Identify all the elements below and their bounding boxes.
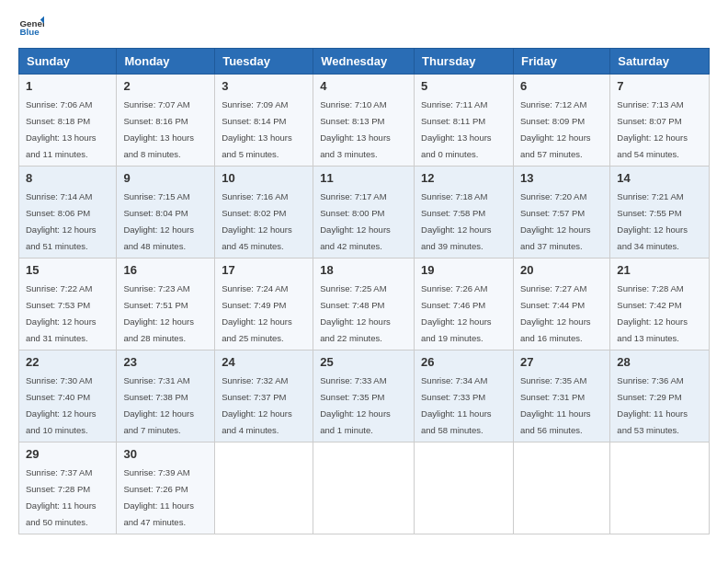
weekday-cell: Monday bbox=[117, 49, 215, 75]
day-info: Sunrise: 7:23 AMSunset: 7:51 PMDaylight:… bbox=[123, 283, 194, 343]
header: General Blue bbox=[18, 15, 710, 40]
calendar-day-cell: 1 Sunrise: 7:06 AMSunset: 8:18 PMDayligh… bbox=[19, 75, 117, 167]
day-number: 20 bbox=[520, 263, 603, 277]
day-info: Sunrise: 7:18 AMSunset: 7:58 PMDaylight:… bbox=[421, 191, 492, 251]
day-number: 19 bbox=[421, 263, 506, 277]
calendar-day-cell: 25 Sunrise: 7:33 AMSunset: 7:35 PMDaylig… bbox=[313, 350, 415, 442]
calendar-day-cell: 9 Sunrise: 7:15 AMSunset: 8:04 PMDayligh… bbox=[117, 167, 215, 259]
day-number: 29 bbox=[26, 447, 109, 461]
day-number: 4 bbox=[320, 79, 407, 93]
day-info: Sunrise: 7:10 AMSunset: 8:13 PMDaylight:… bbox=[320, 99, 391, 159]
calendar-day-cell: 18 Sunrise: 7:25 AMSunset: 7:48 PMDaylig… bbox=[313, 259, 415, 350]
day-info: Sunrise: 7:31 AMSunset: 7:38 PMDaylight:… bbox=[123, 375, 194, 435]
day-info: Sunrise: 7:34 AMSunset: 7:33 PMDaylight:… bbox=[421, 375, 492, 435]
day-number: 3 bbox=[222, 79, 306, 93]
logo: General Blue bbox=[18, 15, 44, 40]
day-info: Sunrise: 7:09 AMSunset: 8:14 PMDaylight:… bbox=[222, 99, 292, 159]
weekday-cell: Wednesday bbox=[313, 49, 415, 75]
day-number: 27 bbox=[520, 355, 603, 369]
day-info: Sunrise: 7:16 AMSunset: 8:02 PMDaylight:… bbox=[222, 191, 292, 251]
day-number: 9 bbox=[123, 171, 208, 185]
weekday-cell: Tuesday bbox=[215, 49, 313, 75]
day-info: Sunrise: 7:24 AMSunset: 7:49 PMDaylight:… bbox=[222, 283, 292, 343]
day-number: 30 bbox=[123, 447, 208, 461]
day-info: Sunrise: 7:27 AMSunset: 7:44 PMDaylight:… bbox=[520, 283, 591, 343]
day-number: 7 bbox=[617, 79, 702, 93]
day-number: 16 bbox=[123, 263, 208, 277]
weekday-cell: Friday bbox=[513, 49, 609, 75]
day-info: Sunrise: 7:20 AMSunset: 7:57 PMDaylight:… bbox=[520, 191, 591, 251]
day-info: Sunrise: 7:33 AMSunset: 7:35 PMDaylight:… bbox=[320, 375, 391, 435]
day-info: Sunrise: 7:22 AMSunset: 7:53 PMDaylight:… bbox=[26, 283, 97, 343]
calendar-week-row: 29 Sunrise: 7:37 AMSunset: 7:28 PMDaylig… bbox=[19, 442, 710, 534]
weekday-header: SundayMondayTuesdayWednesdayThursdayFrid… bbox=[19, 49, 710, 75]
weekday-cell: Sunday bbox=[19, 49, 117, 75]
day-info: Sunrise: 7:17 AMSunset: 8:00 PMDaylight:… bbox=[320, 191, 391, 251]
calendar-day-cell bbox=[513, 442, 609, 534]
calendar-day-cell: 22 Sunrise: 7:30 AMSunset: 7:40 PMDaylig… bbox=[19, 350, 117, 442]
calendar-day-cell: 28 Sunrise: 7:36 AMSunset: 7:29 PMDaylig… bbox=[610, 350, 710, 442]
day-info: Sunrise: 7:26 AMSunset: 7:46 PMDaylight:… bbox=[421, 283, 492, 343]
calendar-day-cell bbox=[415, 442, 514, 534]
calendar-day-cell: 14 Sunrise: 7:21 AMSunset: 7:55 PMDaylig… bbox=[610, 167, 710, 259]
calendar-day-cell: 11 Sunrise: 7:17 AMSunset: 8:00 PMDaylig… bbox=[313, 167, 415, 259]
calendar-day-cell: 12 Sunrise: 7:18 AMSunset: 7:58 PMDaylig… bbox=[415, 167, 514, 259]
day-info: Sunrise: 7:15 AMSunset: 8:04 PMDaylight:… bbox=[123, 191, 194, 251]
day-number: 6 bbox=[520, 79, 603, 93]
calendar-day-cell: 21 Sunrise: 7:28 AMSunset: 7:42 PMDaylig… bbox=[610, 259, 710, 350]
day-number: 15 bbox=[26, 263, 109, 277]
day-info: Sunrise: 7:36 AMSunset: 7:29 PMDaylight:… bbox=[617, 375, 688, 435]
calendar-day-cell: 29 Sunrise: 7:37 AMSunset: 7:28 PMDaylig… bbox=[19, 442, 117, 534]
day-number: 25 bbox=[320, 355, 407, 369]
calendar-day-cell: 3 Sunrise: 7:09 AMSunset: 8:14 PMDayligh… bbox=[215, 75, 313, 167]
calendar-week-row: 22 Sunrise: 7:30 AMSunset: 7:40 PMDaylig… bbox=[19, 350, 710, 442]
calendar-day-cell: 10 Sunrise: 7:16 AMSunset: 8:02 PMDaylig… bbox=[215, 167, 313, 259]
calendar-body: 1 Sunrise: 7:06 AMSunset: 8:18 PMDayligh… bbox=[19, 75, 710, 534]
day-info: Sunrise: 7:30 AMSunset: 7:40 PMDaylight:… bbox=[26, 375, 97, 435]
weekday-cell: Saturday bbox=[610, 49, 710, 75]
day-info: Sunrise: 7:25 AMSunset: 7:48 PMDaylight:… bbox=[320, 283, 391, 343]
day-info: Sunrise: 7:32 AMSunset: 7:37 PMDaylight:… bbox=[222, 375, 292, 435]
calendar-day-cell: 27 Sunrise: 7:35 AMSunset: 7:31 PMDaylig… bbox=[513, 350, 609, 442]
day-info: Sunrise: 7:13 AMSunset: 8:07 PMDaylight:… bbox=[617, 99, 688, 159]
day-info: Sunrise: 7:28 AMSunset: 7:42 PMDaylight:… bbox=[617, 283, 688, 343]
day-number: 8 bbox=[26, 171, 109, 185]
svg-text:Blue: Blue bbox=[19, 27, 40, 37]
day-number: 2 bbox=[123, 79, 208, 93]
day-info: Sunrise: 7:12 AMSunset: 8:09 PMDaylight:… bbox=[520, 99, 591, 159]
day-number: 1 bbox=[26, 79, 109, 93]
calendar-day-cell bbox=[610, 442, 710, 534]
day-info: Sunrise: 7:35 AMSunset: 7:31 PMDaylight:… bbox=[520, 375, 591, 435]
day-number: 26 bbox=[421, 355, 506, 369]
day-info: Sunrise: 7:11 AMSunset: 8:11 PMDaylight:… bbox=[421, 99, 492, 159]
calendar-day-cell: 17 Sunrise: 7:24 AMSunset: 7:49 PMDaylig… bbox=[215, 259, 313, 350]
day-number: 14 bbox=[617, 171, 702, 185]
calendar-day-cell: 23 Sunrise: 7:31 AMSunset: 7:38 PMDaylig… bbox=[117, 350, 215, 442]
calendar-day-cell: 7 Sunrise: 7:13 AMSunset: 8:07 PMDayligh… bbox=[610, 75, 710, 167]
day-info: Sunrise: 7:21 AMSunset: 7:55 PMDaylight:… bbox=[617, 191, 688, 251]
calendar-week-row: 1 Sunrise: 7:06 AMSunset: 8:18 PMDayligh… bbox=[19, 75, 710, 167]
calendar-day-cell bbox=[313, 442, 415, 534]
calendar-day-cell bbox=[215, 442, 313, 534]
weekday-cell: Thursday bbox=[415, 49, 514, 75]
calendar-day-cell: 13 Sunrise: 7:20 AMSunset: 7:57 PMDaylig… bbox=[513, 167, 609, 259]
calendar-day-cell: 24 Sunrise: 7:32 AMSunset: 7:37 PMDaylig… bbox=[215, 350, 313, 442]
day-number: 22 bbox=[26, 355, 109, 369]
calendar-day-cell: 4 Sunrise: 7:10 AMSunset: 8:13 PMDayligh… bbox=[313, 75, 415, 167]
calendar-day-cell: 16 Sunrise: 7:23 AMSunset: 7:51 PMDaylig… bbox=[117, 259, 215, 350]
day-number: 13 bbox=[520, 171, 603, 185]
calendar-day-cell: 26 Sunrise: 7:34 AMSunset: 7:33 PMDaylig… bbox=[415, 350, 514, 442]
day-info: Sunrise: 7:07 AMSunset: 8:16 PMDaylight:… bbox=[123, 99, 194, 159]
calendar-week-row: 15 Sunrise: 7:22 AMSunset: 7:53 PMDaylig… bbox=[19, 259, 710, 350]
day-info: Sunrise: 7:39 AMSunset: 7:26 PMDaylight:… bbox=[123, 467, 194, 527]
calendar-day-cell: 15 Sunrise: 7:22 AMSunset: 7:53 PMDaylig… bbox=[19, 259, 117, 350]
day-number: 24 bbox=[222, 355, 306, 369]
calendar-day-cell: 30 Sunrise: 7:39 AMSunset: 7:26 PMDaylig… bbox=[117, 442, 215, 534]
day-info: Sunrise: 7:06 AMSunset: 8:18 PMDaylight:… bbox=[26, 99, 97, 159]
calendar-day-cell: 20 Sunrise: 7:27 AMSunset: 7:44 PMDaylig… bbox=[513, 259, 609, 350]
day-info: Sunrise: 7:37 AMSunset: 7:28 PMDaylight:… bbox=[26, 467, 97, 527]
calendar-day-cell: 5 Sunrise: 7:11 AMSunset: 8:11 PMDayligh… bbox=[415, 75, 514, 167]
day-info: Sunrise: 7:14 AMSunset: 8:06 PMDaylight:… bbox=[26, 191, 97, 251]
logo-icon: General Blue bbox=[18, 15, 44, 40]
day-number: 28 bbox=[617, 355, 702, 369]
